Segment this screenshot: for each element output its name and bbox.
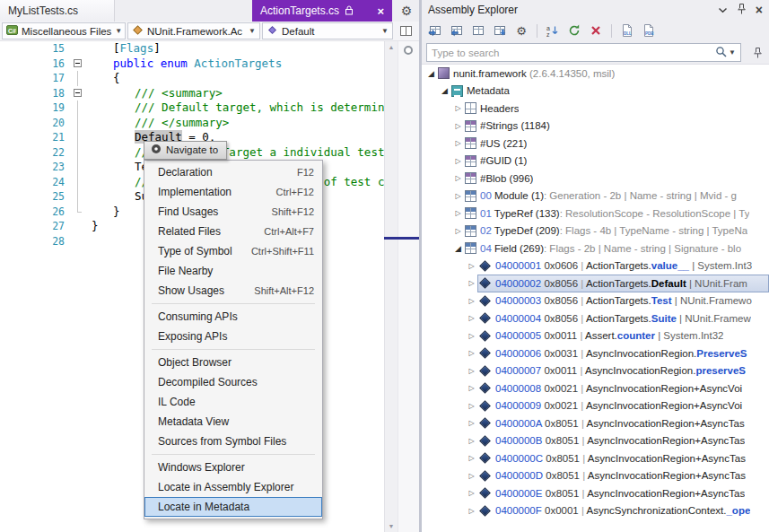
expand-arrow-icon[interactable]: ▷	[466, 367, 477, 375]
tree-row[interactable]: ▷04000004 0x8056 | ActionTargets.Suite |…	[422, 310, 769, 327]
close-icon[interactable]: ×	[756, 4, 763, 16]
expand-arrow-icon[interactable]: ▷	[466, 349, 477, 357]
tree-row[interactable]: ◢Metadata	[422, 83, 769, 100]
line-number[interactable]: 22	[0, 145, 70, 161]
pin-search-icon[interactable]	[753, 47, 763, 61]
line-number[interactable]: 15	[0, 41, 70, 57]
expand-arrow-icon[interactable]: ▷	[466, 419, 477, 427]
menu-item-type-of-symbol[interactable]: Type of SymbolCtrl+Shift+F11	[144, 241, 322, 261]
menu-item-consuming-apis[interactable]: Consuming APIs	[144, 307, 322, 327]
marker-bar[interactable]	[398, 41, 419, 532]
code-line-15[interactable]: 15[Flags]	[0, 41, 384, 57]
split-editor-icon[interactable]	[399, 24, 413, 40]
remove-assembly-icon[interactable]	[586, 22, 606, 39]
tree-row[interactable]: ▷04000002 0x8056 | ActionTargets.Default…	[422, 275, 769, 292]
collapse-arrow-icon[interactable]: ◢	[439, 86, 450, 95]
window-menu-chevron-icon[interactable]	[718, 4, 728, 16]
expand-arrow-icon[interactable]: ▷	[452, 104, 464, 112]
tree-row[interactable]: ▷#Strings (1184)	[422, 118, 769, 135]
code-line-20[interactable]: 20/// </summary>	[0, 116, 384, 131]
menu-item-find-usages[interactable]: Find UsagesShift+F12	[144, 202, 322, 222]
menu-item-locate-in-metadata[interactable]: Locate in Metadata	[144, 497, 322, 517]
panel-title-bar[interactable]: Assembly Explorer ×	[422, 0, 769, 20]
search-input[interactable]: Type to search ▼	[426, 43, 741, 62]
line-number[interactable]: 25	[0, 189, 70, 205]
tree-row[interactable]: ▷00 Module (1): Generation - 2b | Name -…	[422, 188, 769, 205]
menu-item-related-files[interactable]: Related FilesCtrl+Alt+F7	[144, 222, 322, 241]
dll-file-icon[interactable]: DLL	[617, 22, 637, 39]
line-number[interactable]: 20	[0, 116, 70, 131]
tab-actiontargets[interactable]: ActionTargets.cs ×	[252, 0, 392, 22]
code-line-16[interactable]: 16public enum ActionTargets	[0, 57, 384, 72]
menu-item-metadata-view[interactable]: Metadata View	[144, 412, 322, 432]
expand-arrow-icon[interactable]: ▷	[466, 262, 477, 270]
tree-row[interactable]: ◢04 Field (269): Flags - 2b | Name - str…	[422, 240, 769, 257]
scroll-down-icon[interactable]: ▼	[385, 523, 398, 529]
line-number[interactable]: 19	[0, 100, 70, 116]
fold-collapse-icon[interactable]	[70, 57, 92, 72]
menu-item-file-nearby[interactable]: File Nearby	[144, 261, 322, 281]
tree-row[interactable]: ▷04000003 0x8056 | ActionTargets.Test | …	[422, 292, 769, 310]
tree-row[interactable]: ▷04000005 0x0011 | Assert.counter | Syst…	[422, 327, 769, 345]
expand-arrow-icon[interactable]: ▷	[466, 507, 477, 515]
expand-arrow-icon[interactable]: ▷	[466, 454, 477, 462]
pin-icon[interactable]	[737, 3, 747, 17]
tree-row[interactable]: ▷0400000A 0x8051 | AsyncInvocationRegion…	[422, 414, 769, 432]
tree-row[interactable]: ▷01 TypeRef (133): ResolutionScope - Res…	[422, 205, 769, 222]
tree-row[interactable]: ▷#GUID (1)	[422, 153, 769, 170]
tree-row[interactable]: ▷04000007 0x0011 | AsyncInvocationRegion…	[422, 362, 769, 380]
project-dropdown[interactable]: C# Miscellaneous Files ▼	[2, 22, 126, 39]
expand-arrow-icon[interactable]: ▷	[452, 209, 464, 217]
line-number[interactable]: 16	[0, 57, 70, 72]
editor-vertical-scrollbar[interactable]: ▲ ▼	[384, 41, 398, 532]
line-number[interactable]: 21	[0, 130, 70, 145]
menu-item-sources-from-symbol-files[interactable]: Sources from Symbol Files	[144, 432, 322, 451]
tree-row[interactable]: ▷04000008 0x0021 | AsyncInvocationRegion…	[422, 379, 769, 397]
expand-arrow-icon[interactable]: ▷	[452, 227, 464, 235]
expand-arrow-icon[interactable]: ▷	[452, 122, 464, 130]
tree-row[interactable]: ▷0400000C 0x8051 | AsyncInvocationRegion…	[422, 449, 769, 467]
collapse-arrow-icon[interactable]: ◢	[425, 69, 437, 78]
line-number[interactable]: 17	[0, 71, 70, 86]
expand-arrow-icon[interactable]: ▷	[466, 402, 477, 410]
tree-row[interactable]: ▷02 TypeDef (209): Flags - 4b | TypeName…	[422, 222, 769, 240]
menu-item-object-browser[interactable]: Object Browser	[144, 353, 322, 372]
tree-row[interactable]: ▷#Blob (996)	[422, 170, 769, 188]
search-options-chevron-icon[interactable]: ▼	[729, 48, 736, 57]
close-icon[interactable]: ×	[377, 5, 384, 17]
menu-item-implementation[interactable]: ImplementationCtrl+F12	[144, 182, 322, 202]
line-number[interactable]: 27	[0, 219, 70, 234]
expand-arrow-icon[interactable]: ▷	[466, 437, 477, 445]
tree-row[interactable]: ▷04000009 0x0021 | AsyncInvocationRegion…	[422, 397, 769, 415]
menu-item-windows-explorer[interactable]: Windows Explorer	[144, 458, 322, 477]
code-line-18[interactable]: 18/// <summary>	[0, 86, 384, 101]
expand-arrow-icon[interactable]: ▷	[452, 157, 464, 165]
menu-item-locate-in-assembly-explorer[interactable]: Locate in Assembly Explorer	[144, 477, 322, 497]
refresh-icon[interactable]	[564, 22, 584, 39]
code-line-17[interactable]: 17{	[0, 71, 384, 86]
expand-arrow-icon[interactable]: ▷	[466, 384, 477, 392]
menu-item-il-code[interactable]: IL Code	[144, 392, 322, 412]
fold-collapse-icon[interactable]	[70, 86, 92, 101]
tree-row[interactable]: ◢nunit.framework (2.6.4.14350, msil)	[422, 65, 769, 83]
menu-item-show-usages[interactable]: Show UsagesShift+Alt+F12	[144, 281, 322, 301]
tree-row[interactable]: ▷0400000F 0x0001 | AsyncSynchronizationC…	[422, 502, 769, 520]
line-number[interactable]: 24	[0, 175, 70, 190]
expand-arrow-icon[interactable]: ▷	[466, 297, 477, 305]
tree-row[interactable]: ▷04000001 0x0606 | ActionTargets.value__…	[422, 257, 769, 275]
options-gear-icon[interactable]: ⚙	[511, 22, 531, 39]
tree-row[interactable]: ▷#US (221)	[422, 135, 769, 153]
open-assembly-list-icon[interactable]	[425, 22, 445, 39]
line-number[interactable]: 18	[0, 86, 70, 101]
tree-row[interactable]: ▷04000006 0x0031 | AsyncInvocationRegion…	[422, 344, 769, 362]
menu-item-exposing-apis[interactable]: Exposing APIs	[144, 327, 322, 346]
tree-row[interactable]: ▷Headers	[422, 100, 769, 118]
analysis-status-icon[interactable]	[404, 46, 413, 55]
expand-arrow-icon[interactable]: ▷	[466, 314, 477, 322]
sort-assemblies-icon[interactable]: az	[543, 22, 563, 39]
tree-row[interactable]: ▷0400000B 0x8051 | AsyncInvocationRegion…	[422, 432, 769, 450]
menu-item-decompiled-sources[interactable]: Decompiled Sources	[144, 372, 322, 392]
collapse-arrow-icon[interactable]: ◢	[452, 244, 464, 253]
menu-item-declaration[interactable]: DeclarationF12	[144, 162, 322, 182]
expand-arrow-icon[interactable]: ▷	[452, 192, 464, 200]
